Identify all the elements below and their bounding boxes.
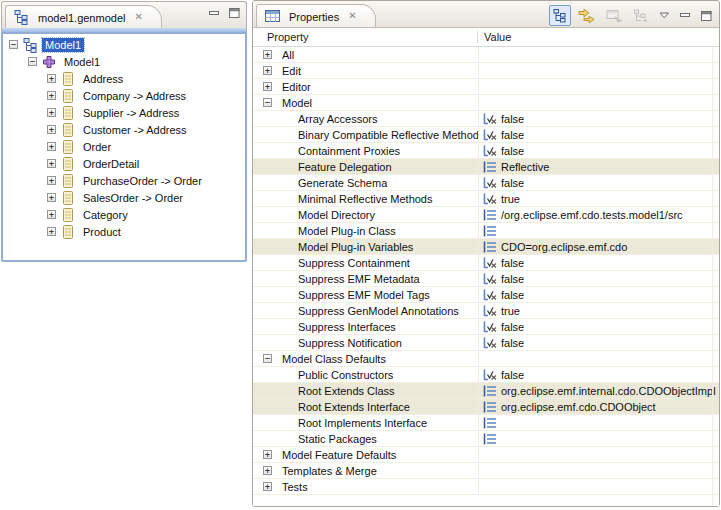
property-row-suppress-interfaces[interactable]: Suppress Interfacesfalse — [253, 319, 719, 335]
expand-icon[interactable]: + — [47, 176, 56, 185]
category-row-templates-merge[interactable]: +Templates & Merge — [253, 463, 719, 479]
property-value-cell[interactable] — [478, 63, 719, 78]
property-value-cell[interactable]: false — [478, 143, 719, 158]
property-value-cell[interactable]: true — [478, 303, 719, 318]
tree-item-purchaseorder-order[interactable]: +PurchaseOrder -> Order — [3, 172, 245, 189]
property-value-cell[interactable]: false — [478, 175, 719, 190]
show-advanced-properties-button[interactable] — [575, 5, 599, 26]
view-menu-button[interactable] — [656, 10, 673, 21]
property-value-cell[interactable]: true — [478, 191, 719, 206]
property-value-cell[interactable]: org.eclipse.emf.internal.cdo.CDOObjectIm… — [478, 383, 719, 398]
category-row-editor[interactable]: +Editor — [253, 79, 719, 95]
property-row-suppress-notification[interactable]: Suppress Notificationfalse — [253, 335, 719, 351]
tree-item-company-address[interactable]: +Company -> Address — [3, 87, 245, 104]
property-value-cell[interactable] — [478, 447, 719, 462]
property-row-model-plug-in-class[interactable]: Model Plug-in Class — [253, 223, 719, 239]
property-row-model-plug-in-variables[interactable]: Model Plug-in VariablesCDO=org.eclipse.e… — [253, 239, 719, 255]
property-value-cell[interactable]: Reflective — [478, 159, 719, 174]
property-value-cell[interactable]: org.eclipse.emf.cdo.CDOObject — [478, 399, 719, 414]
property-value-cell[interactable]: false — [478, 127, 719, 142]
tree-item-customer-address[interactable]: +Customer -> Address — [3, 121, 245, 138]
expand-icon[interactable]: + — [47, 227, 56, 236]
tree-item-orderdetail[interactable]: +OrderDetail — [3, 155, 245, 172]
property-value-cell[interactable] — [478, 223, 719, 238]
category-row-model-class-defaults[interactable]: −Model Class Defaults — [253, 351, 719, 367]
collapse-icon[interactable]: − — [9, 40, 18, 49]
property-row-feature-delegation[interactable]: Feature DelegationReflective — [253, 159, 719, 175]
property-value-cell[interactable]: false — [478, 367, 719, 382]
expand-icon[interactable]: + — [47, 91, 56, 100]
tree-item-order[interactable]: +Order — [3, 138, 245, 155]
property-row-suppress-containment[interactable]: Suppress Containmentfalse — [253, 255, 719, 271]
column-header-property[interactable]: Property — [253, 31, 478, 43]
expand-icon[interactable]: + — [263, 82, 272, 91]
category-row-model[interactable]: −Model — [253, 95, 719, 111]
property-value-cell[interactable]: false — [478, 271, 719, 286]
tree-item-address[interactable]: +Address — [3, 70, 245, 87]
property-value-cell[interactable]: false — [478, 319, 719, 334]
expand-icon[interactable]: + — [263, 466, 272, 475]
expand-icon[interactable]: + — [47, 142, 56, 151]
property-value-cell[interactable]: false — [478, 335, 719, 350]
expand-icon[interactable]: + — [263, 450, 272, 459]
property-value-cell[interactable] — [478, 479, 719, 494]
expand-icon[interactable]: + — [47, 125, 56, 134]
tree-item-salesorder-order[interactable]: +SalesOrder -> Order — [3, 189, 245, 206]
tree-item-model1[interactable]: −Model1 — [3, 53, 245, 70]
category-row-edit[interactable]: +Edit — [253, 63, 719, 79]
property-row-generate-schema[interactable]: Generate Schemafalse — [253, 175, 719, 191]
maximize-icon[interactable] — [228, 7, 241, 19]
property-value-cell[interactable] — [478, 79, 719, 94]
tree-item-model1[interactable]: −Model1 — [3, 36, 245, 53]
property-row-model-directory[interactable]: Model Directory/org.eclipse.emf.cdo.test… — [253, 207, 719, 223]
property-row-public-constructors[interactable]: Public Constructorsfalse — [253, 367, 719, 383]
expand-icon[interactable]: + — [263, 482, 272, 491]
property-row-binary-compatible-reflective-methods[interactable]: Binary Compatible Reflective Methodsfals… — [253, 127, 719, 143]
property-value-cell[interactable]: CDO=org.eclipse.emf.cdo — [478, 239, 719, 254]
property-row-suppress-genmodel-annotations[interactable]: Suppress GenModel Annotationstrue — [253, 303, 719, 319]
collapse-icon[interactable]: − — [263, 98, 272, 107]
property-row-suppress-emf-model-tags[interactable]: Suppress EMF Model Tagsfalse — [253, 287, 719, 303]
property-value-cell[interactable] — [478, 415, 719, 430]
minimize-icon[interactable] — [208, 10, 221, 17]
property-row-root-extends-interface[interactable]: Root Extends Interfaceorg.eclipse.emf.cd… — [253, 399, 719, 415]
expand-icon[interactable]: + — [47, 193, 56, 202]
property-value-cell[interactable] — [478, 463, 719, 478]
property-value-cell[interactable]: false — [478, 111, 719, 126]
collapse-icon[interactable]: − — [28, 57, 37, 66]
property-value-cell[interactable] — [478, 351, 719, 366]
collapse-icon[interactable]: − — [263, 354, 272, 363]
expand-icon[interactable]: + — [263, 66, 272, 75]
property-row-static-packages[interactable]: Static Packages — [253, 431, 719, 447]
category-row-model-feature-defaults[interactable]: +Model Feature Defaults — [253, 447, 719, 463]
minimize-button[interactable] — [677, 11, 694, 20]
property-row-minimal-reflective-methods[interactable]: Minimal Reflective Methodstrue — [253, 191, 719, 207]
property-value-cell[interactable] — [478, 47, 719, 62]
property-value-cell[interactable]: false — [478, 255, 719, 270]
tree-item-supplier-address[interactable]: +Supplier -> Address — [3, 104, 245, 121]
tree-item-category[interactable]: +Category — [3, 206, 245, 223]
expand-icon[interactable]: + — [47, 74, 56, 83]
editor-tab-model1-genmodel[interactable]: model1.genmodel ✕ — [5, 5, 162, 28]
expand-icon[interactable]: + — [47, 210, 56, 219]
maximize-button[interactable] — [698, 9, 715, 23]
property-row-array-accessors[interactable]: Array Accessorsfalse — [253, 111, 719, 127]
show-categories-button[interactable] — [549, 5, 571, 26]
property-value-cell[interactable]: false — [478, 287, 719, 302]
property-value-cell[interactable] — [478, 431, 719, 446]
property-row-root-implements-interface[interactable]: Root Implements Interface — [253, 415, 719, 431]
properties-tab[interactable]: Properties ✕ — [256, 4, 376, 27]
category-row-all[interactable]: +All — [253, 47, 719, 63]
close-icon[interactable]: ✕ — [134, 12, 142, 22]
close-icon[interactable]: ✕ — [348, 11, 356, 21]
category-row-tests[interactable]: +Tests — [253, 479, 719, 495]
property-row-containment-proxies[interactable]: Containment Proxiesfalse — [253, 143, 719, 159]
column-header-value[interactable]: Value — [478, 31, 511, 43]
property-row-root-extends-class[interactable]: Root Extends Classorg.eclipse.emf.intern… — [253, 383, 719, 399]
property-row-suppress-emf-metadata[interactable]: Suppress EMF Metadatafalse — [253, 271, 719, 287]
expand-icon[interactable]: + — [263, 50, 272, 59]
expand-icon[interactable]: + — [47, 108, 56, 117]
property-value-cell[interactable] — [478, 95, 719, 110]
tree-item-product[interactable]: +Product — [3, 223, 245, 240]
expand-icon[interactable]: + — [47, 159, 56, 168]
